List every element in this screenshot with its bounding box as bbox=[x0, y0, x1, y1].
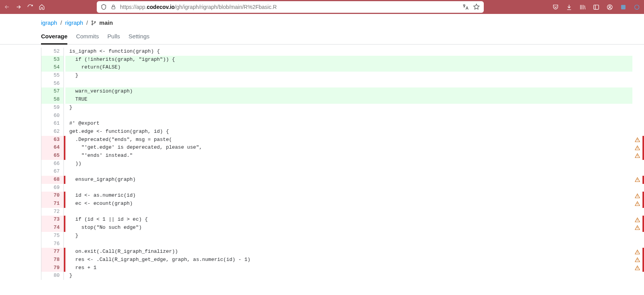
coverage-bar-right bbox=[642, 80, 644, 88]
code-row: 63 .Deprecated("ends", msg = paste( bbox=[41, 136, 644, 144]
warning-icon[interactable] bbox=[632, 192, 642, 200]
line-number[interactable]: 55 bbox=[41, 72, 64, 80]
tabs: Coverage Commits Pulls Settings bbox=[0, 28, 644, 45]
line-number[interactable]: 68 bbox=[41, 176, 64, 184]
sidebar-icon[interactable] bbox=[593, 4, 599, 10]
pocket-icon[interactable] bbox=[552, 4, 559, 10]
coverage-bar-right bbox=[642, 200, 644, 208]
line-number[interactable]: 54 bbox=[41, 63, 64, 72]
warning-icon[interactable] bbox=[632, 264, 642, 272]
line-number[interactable]: 72 bbox=[41, 208, 64, 216]
line-number[interactable]: 56 bbox=[41, 80, 64, 88]
coverage-bar-right bbox=[642, 160, 644, 168]
code-row: 52is_igraph <- function(graph) { bbox=[41, 48, 644, 56]
tab-commits[interactable]: Commits bbox=[76, 33, 99, 44]
warning-icon[interactable] bbox=[632, 144, 642, 152]
back-icon[interactable] bbox=[4, 4, 10, 10]
code-row: 67 bbox=[41, 168, 644, 176]
line-number[interactable]: 76 bbox=[41, 240, 64, 248]
code-row: 74 stop("No such edge") bbox=[41, 224, 644, 232]
line-number[interactable]: 60 bbox=[41, 112, 64, 120]
line-number[interactable]: 70 bbox=[41, 192, 64, 200]
line-number[interactable]: 59 bbox=[41, 104, 64, 112]
warning-icon bbox=[632, 87, 642, 96]
tab-coverage[interactable]: Coverage bbox=[41, 33, 67, 45]
code-text: warn_version(graph) bbox=[65, 87, 632, 96]
warning-icon[interactable] bbox=[632, 216, 642, 224]
warning-icon[interactable] bbox=[632, 200, 642, 208]
coverage-bar-right bbox=[642, 96, 644, 104]
bookmark-star-icon[interactable] bbox=[473, 3, 480, 10]
crumb-owner[interactable]: igraph bbox=[41, 19, 57, 26]
coverage-bar-right bbox=[642, 256, 644, 264]
line-number[interactable]: 52 bbox=[41, 48, 64, 56]
tab-settings[interactable]: Settings bbox=[128, 33, 149, 44]
home-icon[interactable] bbox=[39, 4, 45, 10]
line-number[interactable]: 78 bbox=[41, 256, 64, 264]
warning-icon[interactable] bbox=[632, 224, 642, 232]
warning-icon bbox=[632, 232, 642, 240]
line-number[interactable]: 66 bbox=[41, 160, 64, 168]
line-number[interactable]: 64 bbox=[41, 144, 64, 152]
coverage-bar-right bbox=[642, 104, 644, 112]
library-icon[interactable] bbox=[579, 4, 586, 10]
line-number[interactable]: 75 bbox=[41, 232, 64, 240]
svg-point-6 bbox=[92, 21, 93, 22]
code-text: TRUE bbox=[65, 96, 632, 104]
warning-icon bbox=[632, 168, 642, 176]
warning-icon[interactable] bbox=[632, 248, 642, 256]
code-row: 58 TRUE bbox=[41, 96, 644, 104]
toolbar-right bbox=[552, 4, 640, 10]
coverage-bar-right bbox=[642, 120, 644, 128]
line-number[interactable]: 65 bbox=[41, 152, 64, 160]
line-number[interactable]: 58 bbox=[41, 96, 64, 104]
extension-icon-1[interactable] bbox=[620, 4, 627, 10]
translate-icon[interactable] bbox=[462, 3, 469, 10]
code-text: on.exit(.Call(R_igraph_finalizer)) bbox=[65, 248, 632, 256]
line-number[interactable]: 61 bbox=[41, 120, 64, 128]
code-row: 69 bbox=[41, 184, 644, 192]
code-text: stop("No such edge") bbox=[65, 224, 632, 232]
code-text: res <- .Call(R_igraph_get_edge, graph, a… bbox=[65, 256, 632, 264]
warning-icon[interactable] bbox=[632, 176, 642, 184]
code-text: get.edge <- function(graph, id) { bbox=[65, 128, 632, 136]
code-text: #' @export bbox=[65, 120, 632, 128]
line-number[interactable]: 63 bbox=[41, 136, 64, 144]
line-number[interactable]: 62 bbox=[41, 128, 64, 136]
reload-icon[interactable] bbox=[27, 4, 33, 10]
line-number[interactable]: 77 bbox=[41, 248, 64, 256]
line-number[interactable]: 71 bbox=[41, 200, 64, 208]
code-text: )) bbox=[65, 160, 632, 168]
svg-point-3 bbox=[609, 5, 610, 7]
code-text: id <- as.numeric(id) bbox=[65, 192, 632, 200]
warning-icon bbox=[632, 208, 642, 216]
forward-icon[interactable] bbox=[15, 4, 22, 10]
coverage-bar-right bbox=[642, 192, 644, 200]
warning-icon[interactable] bbox=[632, 152, 642, 160]
coverage-bar-right bbox=[642, 48, 644, 56]
warning-icon[interactable] bbox=[632, 256, 642, 264]
account-icon[interactable] bbox=[606, 4, 613, 10]
crumb-repo[interactable]: rigraph bbox=[65, 19, 83, 26]
code-row: 55 } bbox=[41, 72, 644, 80]
code-row: 71 ec <- ecount(graph) bbox=[41, 200, 644, 208]
warning-icon bbox=[632, 120, 642, 128]
extension-icon-2[interactable] bbox=[634, 4, 640, 10]
warning-icon[interactable] bbox=[632, 136, 642, 144]
line-number[interactable]: 74 bbox=[41, 224, 64, 232]
line-number[interactable]: 69 bbox=[41, 184, 64, 192]
coverage-bar-right bbox=[642, 63, 644, 72]
url-bar[interactable]: https://app.codecov.io/gh/igraph/rigraph… bbox=[97, 1, 484, 13]
code-row: 68 ensure_igraph(graph) bbox=[41, 176, 644, 184]
code-text bbox=[65, 208, 632, 216]
line-number[interactable]: 79 bbox=[41, 264, 64, 272]
line-number[interactable]: 73 bbox=[41, 216, 64, 224]
line-number[interactable]: 80 bbox=[41, 272, 64, 280]
code-text: is_igraph <- function(graph) { bbox=[65, 48, 632, 56]
line-number[interactable]: 53 bbox=[41, 56, 64, 64]
download-icon[interactable] bbox=[566, 4, 572, 10]
warning-icon bbox=[632, 184, 642, 192]
line-number[interactable]: 57 bbox=[41, 87, 64, 96]
line-number[interactable]: 67 bbox=[41, 168, 64, 176]
tab-pulls[interactable]: Pulls bbox=[108, 33, 120, 44]
